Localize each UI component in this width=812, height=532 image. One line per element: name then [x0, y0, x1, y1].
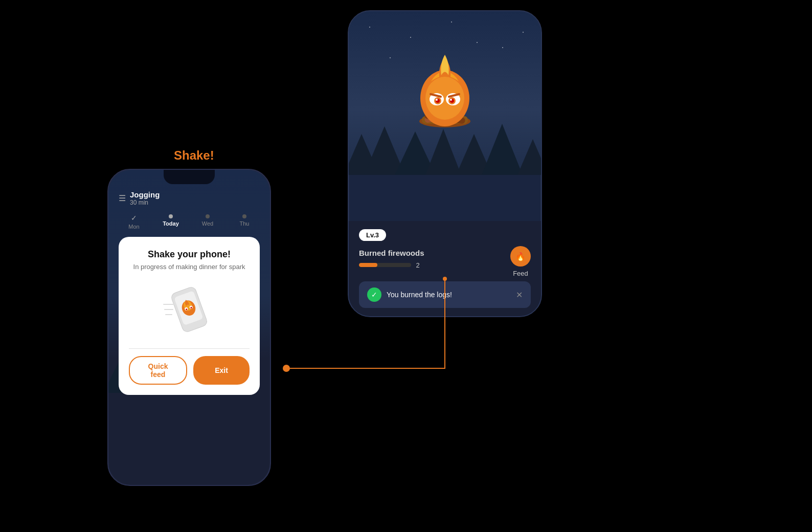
day-thu: Thu: [232, 214, 257, 230]
phone-right: Lv.3 Burned firewoods 2 🔥 Feed ✓ You bur…: [348, 10, 542, 317]
close-icon[interactable]: ✕: [516, 290, 523, 300]
modal-divider: [129, 348, 250, 349]
modal-buttons: Quick feed Exit: [129, 356, 250, 385]
feed-btn-container: 🔥 Feed: [510, 246, 531, 277]
character-container: [399, 27, 491, 141]
svg-point-38: [436, 99, 438, 101]
shake-svg: [159, 279, 220, 340]
activity-subtitle: 30 min: [130, 199, 160, 206]
progress-bar-bg: [359, 263, 411, 267]
day-mon: ✓ Mon: [121, 214, 147, 230]
menu-icon[interactable]: ☰: [119, 193, 126, 203]
day-label-today: Today: [163, 220, 179, 227]
success-message: You burned the logs!: [387, 291, 511, 299]
exit-button[interactable]: Exit: [193, 356, 250, 385]
day-label-thu: Thu: [240, 220, 250, 227]
dot-wed: [206, 214, 210, 218]
star: [502, 47, 503, 48]
shake-label: Shake!: [174, 148, 214, 163]
progress-row: 2: [359, 261, 424, 269]
dot-today: [169, 214, 173, 218]
flame-character-svg: [399, 27, 491, 139]
success-banner: ✓ You burned the logs! ✕: [359, 281, 531, 308]
quick-feed-button[interactable]: Quick feed: [129, 356, 187, 385]
star: [390, 57, 391, 58]
night-sky: [349, 11, 541, 175]
svg-marker-23: [517, 139, 541, 175]
activity-title: Jogging: [130, 190, 160, 199]
progress-count: 2: [416, 261, 424, 269]
star: [523, 32, 524, 33]
burned-firewoods-label: Burned firewoods: [359, 249, 424, 257]
progress-bar-fill: [359, 263, 377, 267]
modal-subtitle: In progress of making dinner for spark: [129, 263, 250, 271]
phone-notch-left: [164, 170, 215, 184]
checkmark-mon: ✓: [131, 214, 137, 221]
feed-row: Burned firewoods 2 🔥 Feed: [359, 246, 531, 277]
svg-point-42: [283, 365, 290, 372]
day-label-wed: Wed: [202, 220, 213, 227]
modal-title: Shake your phone!: [129, 249, 250, 260]
success-check-icon: ✓: [367, 287, 381, 302]
feed-button[interactable]: 🔥: [510, 246, 531, 267]
phone-left: ☰ Jogging 30 min ✓ Mon Today Wed Thu: [107, 169, 271, 486]
svg-point-39: [450, 99, 452, 101]
day-today: Today: [158, 214, 184, 230]
shake-modal: Shake your phone! In progress of making …: [119, 237, 260, 395]
day-wed: Wed: [195, 214, 220, 230]
level-badge: Lv.3: [359, 229, 386, 241]
star: [451, 21, 452, 23]
burned-label: Burned firewoods 2: [359, 249, 424, 275]
feed-label: Feed: [513, 270, 528, 277]
day-label-mon: Mon: [128, 224, 139, 230]
dot-thu: [242, 214, 246, 218]
bottom-content: Lv.3 Burned firewoods 2 🔥 Feed ✓ You bur…: [349, 221, 541, 316]
days-row: ✓ Mon Today Wed Thu: [119, 214, 260, 230]
star: [369, 27, 370, 28]
activity-header: ☰ Jogging 30 min: [119, 184, 260, 210]
shake-illustration: [159, 279, 220, 340]
